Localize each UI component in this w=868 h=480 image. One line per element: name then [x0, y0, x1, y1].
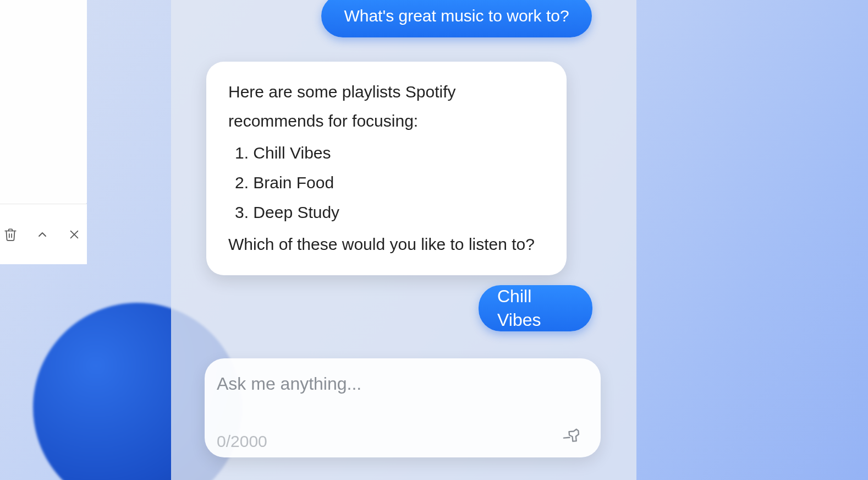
list-item: 3. Deep Study — [235, 198, 545, 227]
assistant-playlist-list: 1. Chill Vibes 2. Brain Food 3. Deep Stu… — [235, 138, 545, 227]
user-message-text: What's great music to work to? — [344, 5, 569, 28]
svg-line-2 — [564, 435, 570, 441]
assistant-message: Here are some playlists Spotify recommen… — [206, 62, 567, 275]
character-counter: 0/2000 — [217, 432, 267, 451]
chevron-up-icon[interactable] — [34, 226, 51, 243]
list-item: 2. Brain Food — [235, 168, 545, 198]
chat-composer[interactable]: Ask me anything... 0/2000 — [205, 358, 601, 457]
user-message-text: Chill Vibes — [497, 285, 574, 332]
composer-placeholder: Ask me anything... — [217, 374, 585, 394]
side-panel-top — [0, 0, 87, 204]
list-item: 1. Chill Vibes — [235, 138, 545, 168]
assistant-outro-text: Which of these would you like to listen … — [228, 230, 545, 259]
side-panel-toolbar — [0, 204, 87, 264]
trash-icon[interactable] — [2, 226, 19, 243]
pin-icon[interactable] — [558, 423, 589, 454]
user-message: Chill Vibes — [479, 285, 592, 331]
close-icon[interactable] — [66, 226, 83, 243]
assistant-intro-text: Here are some playlists Spotify recommen… — [228, 77, 545, 136]
user-message: What's great music to work to? — [321, 0, 592, 37]
